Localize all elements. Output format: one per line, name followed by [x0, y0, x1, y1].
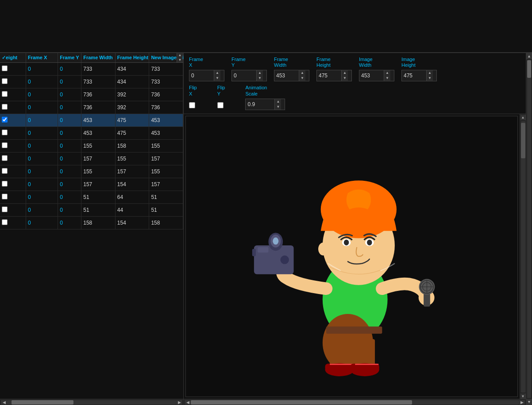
table-row[interactable]: 00157154157: [0, 178, 183, 191]
cell-framewidth: 733: [81, 63, 116, 76]
framex-up[interactable]: ▲: [214, 70, 220, 76]
image-scroll-left[interactable]: ◀: [185, 400, 191, 405]
svg-rect-13: [252, 249, 256, 256]
input-framewidth[interactable]: [274, 72, 299, 80]
row-checkbox[interactable]: [2, 130, 8, 135]
spinbox-frameheight[interactable]: ▲ ▼: [316, 70, 352, 81]
cell-check: [0, 88, 26, 101]
framex-down[interactable]: ▼: [214, 76, 220, 81]
input-frameheight[interactable]: [317, 72, 341, 80]
cell-framey: 0: [58, 204, 81, 217]
row-checkbox[interactable]: [2, 91, 8, 97]
cell-check: [0, 217, 26, 229]
table-row[interactable]: 00516451: [0, 191, 183, 204]
bottom-scrollbar[interactable]: ◀ ▶: [0, 399, 183, 405]
row-checkbox[interactable]: [2, 219, 8, 225]
cell-check: [0, 204, 26, 217]
row-checkbox[interactable]: [2, 194, 8, 199]
row-checkbox[interactable]: [2, 155, 8, 161]
scroll-left-btn[interactable]: ◀: [1, 400, 7, 405]
row-checkbox[interactable]: [2, 142, 8, 148]
imagewidth-down[interactable]: ▼: [384, 76, 390, 81]
cell-check: [0, 178, 26, 191]
spinbox-framex[interactable]: ▲ ▼: [189, 70, 224, 81]
spinbox-framewidth[interactable]: ▲ ▼: [274, 70, 309, 81]
cell-framey: 0: [58, 165, 81, 178]
image-scroll-down[interactable]: ▼: [520, 394, 526, 399]
table-row[interactable]: 00155158155: [0, 140, 183, 153]
input-animscale[interactable]: [246, 100, 274, 108]
framewidth-down[interactable]: ▼: [299, 76, 305, 81]
spinbox-imagewidth[interactable]: ▲ ▼: [359, 70, 394, 81]
main-scroll-up[interactable]: ▲: [526, 53, 532, 59]
row-checkbox[interactable]: [2, 65, 8, 71]
row-checkbox[interactable]: [2, 104, 8, 110]
row-checkbox[interactable]: [2, 168, 8, 174]
image-scroll-right[interactable]: ▶: [519, 400, 525, 405]
imageheight-up[interactable]: ▲: [427, 70, 433, 76]
table-row[interactable]: 00453475453: [0, 127, 183, 140]
framey-up[interactable]: ▲: [257, 70, 263, 76]
main-vscroll[interactable]: ▲ ▼: [526, 53, 532, 405]
controls-row-2: Flip X Flip Y Animation Scale: [189, 85, 520, 110]
spinbox-framey[interactable]: ▲ ▼: [231, 70, 267, 81]
table-row[interactable]: 00157155157: [0, 153, 183, 165]
main-scroll-down[interactable]: ▼: [526, 399, 532, 405]
image-vscroll[interactable]: ▲ ▼: [520, 114, 526, 399]
cell-newwidth: 453: [149, 114, 183, 127]
table-row[interactable]: 00155157155: [0, 165, 183, 178]
table-row[interactable]: 00453475453: [0, 114, 183, 127]
table-row[interactable]: 00158154158: [0, 217, 183, 229]
row-checkbox[interactable]: [2, 117, 8, 122]
input-imagewidth[interactable]: [359, 72, 384, 80]
image-scroll-up[interactable]: ▲: [520, 115, 526, 120]
spinbox-imageheight[interactable]: ▲ ▼: [401, 70, 437, 81]
col-scroll-up[interactable]: ▲: [177, 53, 183, 58]
input-imageheight[interactable]: [402, 72, 426, 80]
svg-point-29: [344, 240, 349, 245]
cell-framex: 0: [26, 217, 58, 229]
cell-newwidth: 733: [149, 76, 183, 88]
spinbox-btns-imageheight: ▲ ▼: [426, 70, 433, 81]
imageheight-down[interactable]: ▼: [427, 76, 433, 81]
scroll-right-btn[interactable]: ▶: [176, 400, 182, 405]
animscale-down[interactable]: ▼: [275, 104, 281, 110]
flipx-checkbox[interactable]: [189, 102, 195, 108]
cell-framey: 0: [58, 127, 81, 140]
table-body: 0073343473300733434733007363927360073639…: [0, 63, 183, 229]
table-row[interactable]: 00733434733: [0, 76, 183, 88]
animscale-up[interactable]: ▲: [275, 99, 281, 104]
cell-frameheight: 392: [115, 101, 149, 114]
cell-frameheight: 475: [115, 127, 149, 140]
input-framey[interactable]: [232, 72, 256, 80]
table-row[interactable]: 00736392736: [0, 88, 183, 101]
frameheight-up[interactable]: ▲: [342, 70, 348, 76]
row-checkbox[interactable]: [2, 206, 8, 212]
col-scroll-down[interactable]: ▼: [177, 58, 183, 63]
imagewidth-up[interactable]: ▲: [384, 70, 390, 76]
framewidth-up[interactable]: ▲: [299, 70, 305, 76]
table-wrapper[interactable]: ✓eight Frame X Frame Y Frame Width Frame…: [0, 53, 183, 399]
image-bottom-scrollbar[interactable]: ◀ ▶: [184, 399, 526, 405]
cell-check: [0, 114, 26, 127]
table-row[interactable]: 00736392736: [0, 101, 183, 114]
cell-newwidth: 155: [149, 165, 183, 178]
row-checkbox[interactable]: [2, 78, 8, 84]
framey-down[interactable]: ▼: [257, 76, 263, 81]
table-row[interactable]: 00514451: [0, 204, 183, 217]
row-checkbox[interactable]: [2, 181, 8, 187]
image-scroll-thumb: [521, 123, 525, 158]
top-area: [0, 0, 532, 53]
cell-framex: 0: [26, 127, 58, 140]
input-framex[interactable]: [189, 72, 214, 80]
cell-framewidth: 157: [81, 153, 116, 165]
flipy-checkbox[interactable]: [217, 102, 224, 108]
label-animscale: Animation Scale: [245, 85, 285, 96]
frameheight-down[interactable]: ▼: [342, 76, 348, 81]
cell-framey: 0: [58, 178, 81, 191]
spinbox-animscale[interactable]: ▲ ▼: [245, 99, 285, 110]
app-container: ✓eight Frame X Frame Y Frame Width Frame…: [0, 0, 532, 405]
cell-newwidth: 158: [149, 217, 183, 229]
table-row[interactable]: 00733434733: [0, 63, 183, 76]
cell-framex: 0: [26, 101, 58, 114]
